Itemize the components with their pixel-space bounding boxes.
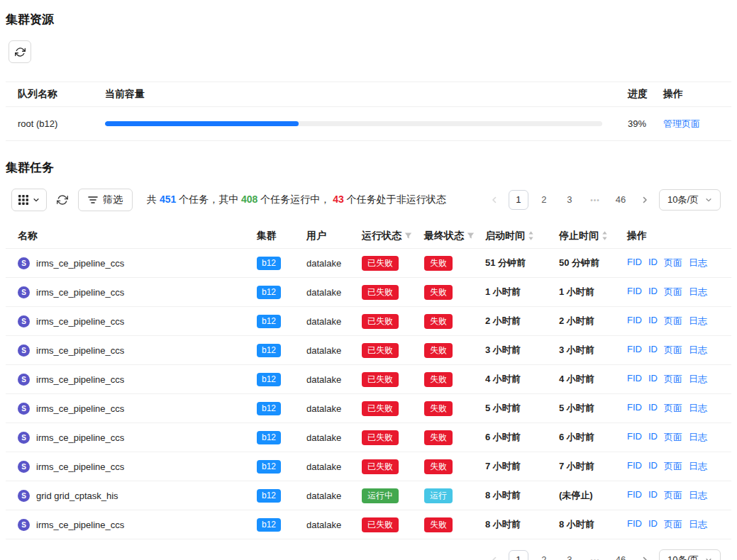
page-size-label: 10条/页 (667, 554, 699, 560)
next-page-button[interactable] (636, 550, 653, 560)
page-button-1[interactable]: 1 (509, 550, 528, 560)
cluster-resources-title: 集群资源 (6, 11, 731, 28)
running-count: 408 (241, 194, 257, 205)
id-link[interactable]: ID (648, 315, 658, 327)
fid-link[interactable]: FID (627, 518, 642, 531)
log-link[interactable]: 日志 (689, 402, 707, 415)
stop-time: 8 小时前 (559, 518, 627, 531)
spark-avatar: S (18, 490, 30, 502)
cluster-badge: b12 (257, 460, 281, 474)
page-size-select[interactable]: 10条/页 (659, 189, 721, 211)
refresh-icon (15, 47, 26, 57)
run-status-badge: 已失败 (362, 256, 399, 271)
page-link[interactable]: 页面 (664, 518, 682, 531)
refresh-resources-button[interactable] (9, 40, 31, 63)
user-label: datalake (306, 345, 362, 356)
id-link[interactable]: ID (648, 489, 658, 502)
log-link[interactable]: 日志 (689, 315, 707, 327)
cluster-badge: b12 (257, 344, 281, 357)
page-link[interactable]: 页面 (664, 489, 682, 502)
page-button-3[interactable]: 3 (560, 190, 580, 210)
table-row: S irms_ce_pipeline_ccs b12 datalake 已失败 … (6, 307, 731, 336)
id-link[interactable]: ID (648, 431, 658, 444)
fid-link[interactable]: FID (627, 402, 642, 415)
queue-row: root (b12) 39% 管理页面 (6, 107, 731, 141)
log-link[interactable]: 日志 (689, 344, 707, 357)
id-link[interactable]: ID (648, 344, 658, 357)
user-label: datalake (306, 258, 362, 269)
page-link[interactable]: 页面 (664, 344, 682, 357)
sorter-icon[interactable] (528, 231, 534, 240)
id-link[interactable]: ID (648, 286, 658, 298)
page-link[interactable]: 页面 (664, 257, 682, 269)
fid-link[interactable]: FID (627, 489, 642, 502)
page-button-last[interactable]: 46 (611, 190, 631, 210)
page-button-2[interactable]: 2 (534, 190, 554, 210)
id-link[interactable]: ID (648, 460, 658, 473)
spark-avatar: S (18, 403, 30, 415)
id-link[interactable]: ID (648, 518, 658, 531)
col-start-time[interactable]: 启动时间 (485, 230, 559, 242)
final-status-badge: 失败 (424, 401, 453, 416)
page-link[interactable]: 页面 (664, 315, 682, 327)
next-page-button[interactable] (636, 190, 653, 210)
log-link[interactable]: 日志 (689, 257, 707, 269)
user-label: datalake (306, 432, 362, 443)
log-link[interactable]: 日志 (689, 489, 707, 502)
log-link[interactable]: 日志 (689, 286, 707, 298)
page-link[interactable]: 页面 (664, 286, 682, 298)
final-status-badge: 运行 (424, 488, 453, 503)
run-status-badge: 已失败 (362, 459, 399, 474)
sorter-icon[interactable] (602, 231, 608, 240)
run-status-badge: 已失败 (362, 314, 399, 329)
fid-link[interactable]: FID (627, 315, 642, 327)
page-ellipsis[interactable]: ••• (585, 550, 605, 560)
chevron-down-icon (33, 196, 40, 203)
prev-page-button[interactable] (486, 550, 503, 560)
col-user: 用户 (306, 230, 362, 242)
columns-dropdown-button[interactable] (11, 189, 47, 211)
fid-link[interactable]: FID (627, 460, 642, 473)
page-size-select[interactable]: 10条/页 (659, 549, 721, 560)
log-link[interactable]: 日志 (689, 460, 707, 473)
log-link[interactable]: 日志 (689, 518, 707, 531)
fid-link[interactable]: FID (627, 257, 642, 269)
tasks-summary: 共 451 个任务，其中 408 个任务运行中， 43 个任务处于非运行状态 (147, 194, 446, 206)
col-stop-time[interactable]: 停止时间 (559, 230, 627, 242)
prev-page-button[interactable] (486, 190, 503, 210)
spark-avatar: S (18, 519, 30, 531)
filter-button[interactable]: 筛选 (78, 189, 133, 211)
page-link[interactable]: 页面 (664, 460, 682, 473)
page-link[interactable]: 页面 (664, 373, 682, 386)
chevron-down-icon (705, 196, 712, 203)
table-row: S irms_ce_pipeline_ccs b12 datalake 已失败 … (6, 452, 731, 481)
page-button-1[interactable]: 1 (509, 190, 528, 210)
page-ellipsis[interactable]: ••• (585, 190, 605, 210)
spark-avatar: S (18, 461, 30, 473)
page-button-3[interactable]: 3 (560, 550, 580, 560)
log-link[interactable]: 日志 (689, 373, 707, 386)
start-time: 1 小时前 (485, 286, 559, 298)
page-link[interactable]: 页面 (664, 431, 682, 444)
id-link[interactable]: ID (648, 402, 658, 415)
filter-funnel-icon[interactable] (404, 232, 412, 240)
fid-link[interactable]: FID (627, 373, 642, 386)
fid-link[interactable]: FID (627, 286, 642, 298)
fid-link[interactable]: FID (627, 431, 642, 444)
manage-page-link[interactable]: 管理页面 (663, 118, 700, 129)
fid-link[interactable]: FID (627, 344, 642, 357)
refresh-tasks-button[interactable] (55, 194, 70, 206)
pagination-top: 1 2 3 ••• 46 10条/页 (486, 189, 721, 211)
log-link[interactable]: 日志 (689, 431, 707, 444)
page-button-2[interactable]: 2 (534, 550, 554, 560)
table-row: S irms_ce_pipeline_ccs b12 datalake 已失败 … (6, 365, 731, 394)
id-link[interactable]: ID (648, 373, 658, 386)
page-link[interactable]: 页面 (664, 402, 682, 415)
table-row: S grid grid_cptask_his b12 datalake 运行中 … (6, 481, 731, 510)
col-run-status: 运行状态 (362, 230, 424, 242)
final-status-badge: 失败 (424, 343, 453, 358)
id-link[interactable]: ID (648, 257, 658, 269)
filter-funnel-icon[interactable] (467, 232, 475, 240)
stop-time: 5 小时前 (559, 402, 627, 415)
page-button-last[interactable]: 46 (611, 550, 631, 560)
